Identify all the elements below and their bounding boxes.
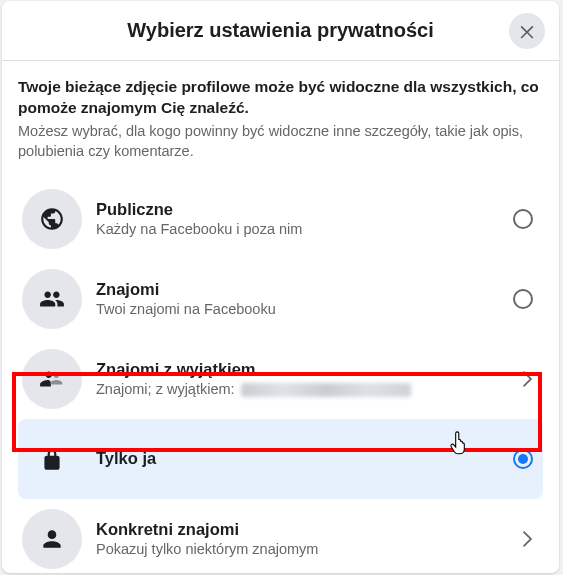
globe-icon <box>22 189 82 249</box>
option-title: Tylko ja <box>96 448 509 469</box>
chevron-right-icon <box>515 368 537 390</box>
privacy-settings-modal: Wybierz ustawienia prywatności Twoje bie… <box>2 1 559 573</box>
option-title: Znajomi <box>96 279 509 300</box>
intro-heading: Twoje bieżące zdjęcie profilowe może być… <box>18 77 543 118</box>
option-title: Konkretni znajomi <box>96 519 515 540</box>
redacted-names <box>241 383 411 397</box>
person-icon <box>22 509 82 569</box>
lock-icon <box>22 429 82 489</box>
option-texts: Tylko ja <box>96 448 509 469</box>
modal-scroll-area[interactable]: Twoje bieżące zdjęcie profilowe może być… <box>2 61 559 573</box>
option-subtitle: Twoi znajomi na Facebooku <box>96 300 509 319</box>
option-specific-friends[interactable]: Konkretni znajomi Pokazuj tylko niektóry… <box>18 499 543 573</box>
friends-icon <box>22 269 82 329</box>
option-subtitle: Pokazuj tylko niektórym znajomym <box>96 540 515 559</box>
option-only-me[interactable]: Tylko ja <box>18 419 543 499</box>
option-texts: Znajomi Twoi znajomi na Facebooku <box>96 279 509 319</box>
modal-title: Wybierz ustawienia prywatności <box>127 19 433 42</box>
radio-friends[interactable] <box>509 289 537 309</box>
option-subtitle: Znajomi; z wyjątkiem: <box>96 380 515 399</box>
option-title: Znajomi z wyjątkiem... <box>96 359 515 380</box>
modal-header: Wybierz ustawienia prywatności <box>2 1 559 61</box>
option-friends-except[interactable]: Znajomi z wyjątkiem... Znajomi; z wyjątk… <box>18 339 543 419</box>
option-texts: Publiczne Każdy na Facebooku i poza nim <box>96 199 509 239</box>
friends-except-icon <box>22 349 82 409</box>
chevron-specific[interactable] <box>515 528 537 550</box>
option-subtitle: Każdy na Facebooku i poza nim <box>96 220 509 239</box>
close-icon <box>517 21 537 41</box>
chevron-friends-except[interactable] <box>515 368 537 390</box>
radio-public[interactable] <box>509 209 537 229</box>
radio-only-me[interactable] <box>509 449 537 469</box>
option-public[interactable]: Publiczne Każdy na Facebooku i poza nim <box>18 179 543 259</box>
option-texts: Konkretni znajomi Pokazuj tylko niektóry… <box>96 519 515 559</box>
chevron-right-icon <box>515 528 537 550</box>
option-texts: Znajomi z wyjątkiem... Znajomi; z wyjątk… <box>96 359 515 399</box>
close-button[interactable] <box>509 13 545 49</box>
option-friends[interactable]: Znajomi Twoi znajomi na Facebooku <box>18 259 543 339</box>
intro-subtext: Możesz wybrać, dla kogo powinny być wido… <box>18 122 543 161</box>
option-title: Publiczne <box>96 199 509 220</box>
